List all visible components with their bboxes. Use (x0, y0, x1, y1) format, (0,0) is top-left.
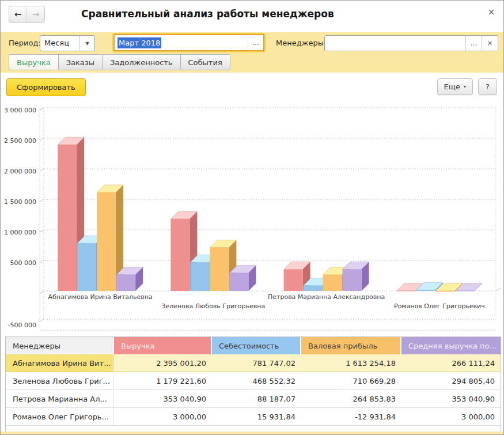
chevron-down-icon: ▾ (464, 84, 466, 89)
x-axis-category-label: Зеленова Любовь Григорьевна (161, 302, 265, 310)
close-button[interactable]: × (485, 6, 498, 18)
period-type-value: Месяц (40, 36, 79, 51)
back-button[interactable]: ← (9, 6, 26, 22)
managers-picker-button[interactable]: ... (465, 36, 482, 51)
axis-corner (496, 288, 501, 291)
average-revenue-cell: 353 040,90 (401, 390, 501, 407)
period-type-dropdown-button[interactable]: ▼ (79, 36, 94, 51)
gross-profit-cell: 710 669,28 (301, 372, 401, 389)
table-row[interactable]: Петрова Марианна Ал... 353 040,90 88 187… (6, 390, 501, 408)
y-axis-tick-label: 1 000 000 (4, 229, 36, 236)
bar (397, 291, 416, 292)
managers-chart: 3 000 0002 500 0002 000 0001 500 0001 00… (1, 101, 504, 336)
managers-label: Менеджеры: (276, 35, 326, 51)
axis-tick (40, 199, 44, 202)
y-axis-tick-label: 2 000 000 (4, 168, 36, 175)
revenue-cell: 3 000,00 (114, 408, 212, 425)
chart-svg: 3 000 0002 500 0002 000 0001 500 0001 00… (1, 101, 504, 336)
cost-cell: 15 931,84 (212, 408, 301, 425)
forward-arrow-icon: → (32, 9, 40, 20)
ellipsis-icon: ... (471, 39, 477, 47)
generate-button[interactable]: Сформировать (6, 78, 86, 96)
manager-name-cell: Петрова Марианна Ал... (6, 390, 114, 407)
title-bar: ← → Сравнительный анализ работы менеджер… (1, 1, 503, 32)
close-icon: × (488, 7, 495, 17)
axis-tick (40, 138, 44, 141)
bar (58, 145, 77, 291)
help-button[interactable]: ? (478, 78, 497, 95)
period-type-select[interactable]: Месяц ▼ (40, 35, 95, 51)
cost-cell: 88 187,07 (212, 390, 301, 407)
bar (210, 248, 229, 291)
bar (323, 275, 342, 291)
average-revenue-cell: 3 000,00 (401, 408, 501, 425)
table-row[interactable]: Абнагимова Ирина Вит... 2 395 001,20 781… (6, 354, 501, 372)
period-label: Период: (9, 35, 41, 51)
managers-input[interactable] (325, 36, 465, 51)
ellipsis-icon: ... (252, 39, 259, 47)
manager-name-cell: Зеленова Любовь Григ... (6, 372, 114, 389)
bar (116, 275, 135, 291)
bar (343, 270, 362, 291)
average-revenue-cell: 294 805,40 (401, 372, 501, 389)
axis-tick (40, 108, 44, 110)
column-header-cost[interactable]: Себестоимость (212, 337, 301, 354)
gross-profit-cell: 1 613 254,18 (301, 354, 401, 372)
managers-field: ... × (324, 35, 498, 51)
page-title: Сравнительный анализ работы менеджеров (81, 8, 334, 20)
bar (456, 291, 475, 292)
bar (416, 290, 435, 291)
tab-debt[interactable]: Задолженность (102, 54, 181, 70)
bar (436, 291, 455, 292)
column-header-revenue[interactable]: Выручка (114, 337, 212, 354)
revenue-cell: 353 040,90 (114, 390, 212, 407)
manager-name-cell: Романов Олег Григорь... (6, 408, 114, 425)
column-header-gross-profit[interactable]: Валовая прибыль (301, 337, 401, 354)
period-picker-button[interactable]: ... (248, 35, 263, 50)
tab-orders[interactable]: Заказы (58, 54, 103, 70)
more-button-label: Еще (444, 82, 460, 91)
revenue-cell: 2 395 001,20 (114, 354, 212, 372)
axis-tick (40, 291, 44, 293)
y-axis-tick-label: 3 000 000 (4, 107, 36, 114)
table-row[interactable]: Романов Олег Григорь... 3 000,00 15 931,… (6, 408, 501, 426)
x-axis-category-label: Абнагимова Ирина Витальевна (48, 293, 153, 301)
table-row[interactable]: Зеленова Любовь Григ... 1 179 221,60 468… (6, 372, 501, 390)
bar (77, 243, 96, 291)
bar (190, 262, 209, 291)
managers-clear-button[interactable]: × (482, 36, 498, 51)
gross-profit-cell: -12 931,84 (301, 408, 401, 425)
navigation-buttons: ← → (9, 6, 45, 22)
manager-name-cell: Абнагимова Ирина Вит... (6, 354, 114, 372)
y-axis-tick-label: 2 500 000 (4, 137, 36, 145)
axis-tick (40, 230, 44, 232)
x-axis-category-label: Романов Олег Григорьевич (394, 302, 485, 310)
filter-bar: Период: Месяц ▼ Март 2018 ... Менеджеры:… (1, 32, 503, 73)
tab-events[interactable]: События (180, 54, 230, 70)
app-window: ← → Сравнительный анализ работы менеджер… (0, 0, 504, 435)
table-header-row: Менеджеры Выручка Себестоимость Валовая … (6, 337, 501, 354)
back-arrow-icon: ← (14, 9, 22, 20)
cost-cell: 781 747,02 (212, 354, 301, 372)
tab-revenue[interactable]: Выручка (9, 54, 59, 70)
period-value-input[interactable]: Март 2018 ... (113, 34, 264, 51)
dropdown-icon: ▼ (85, 41, 89, 46)
bottom-accent-strip (1, 432, 503, 434)
axis-tick (40, 169, 44, 171)
bar (97, 192, 116, 291)
report-tabs: Выручка Заказы Задолженность События (9, 54, 230, 70)
x-axis-category-label: Петрова Марианна Александровна (268, 293, 385, 301)
y-axis-tick-label: 500 000 (10, 259, 37, 267)
y-axis-tick-label: -500 000 (8, 321, 36, 329)
column-header-managers[interactable]: Менеджеры (6, 337, 114, 354)
clear-icon: × (487, 39, 492, 47)
gross-profit-cell: 264 853,83 (301, 390, 401, 407)
axis-corner (40, 319, 44, 321)
bar (304, 286, 323, 291)
forward-button[interactable]: → (26, 6, 44, 22)
more-button[interactable]: Еще ▾ (437, 78, 473, 95)
revenue-cell: 1 179 221,60 (114, 372, 212, 389)
column-header-average-revenue[interactable]: Средняя выручка по... (401, 337, 501, 354)
bar (170, 219, 190, 291)
cost-cell: 468 552,32 (212, 372, 301, 389)
